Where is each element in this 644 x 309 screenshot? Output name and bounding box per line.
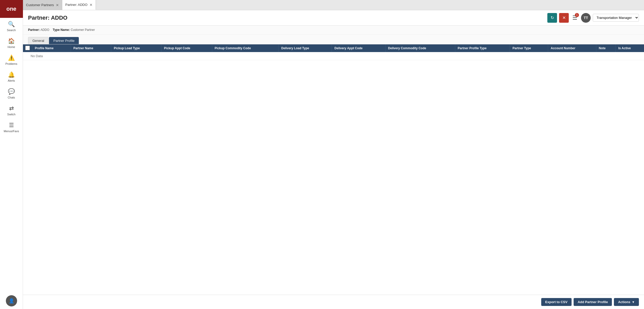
sidebar-item-switch[interactable]: ⇄ Switch <box>0 102 23 119</box>
column-delivery-commodity-code: Delivery Commodity Code <box>385 44 455 52</box>
column-account-number: Account Number <box>548 44 596 52</box>
bell-icon: 🔔 <box>8 71 15 78</box>
sidebar-item-label: Home <box>8 45 15 48</box>
warning-icon: ⚠️ <box>8 55 15 61</box>
sidebar-item-label: Chats <box>8 96 15 99</box>
tab-label: Customer Partners <box>26 3 54 7</box>
column-partner-profile-type: Partner Profile Type <box>455 44 510 52</box>
breadcrumb-type-label: Type Name: <box>53 28 70 32</box>
menu-button[interactable]: ☰ 1 <box>572 15 577 21</box>
sidebar-item-label: Alerts <box>8 79 15 82</box>
main-content: Customer Partners ✕ Partner: ADDO ✕ Part… <box>23 0 644 309</box>
breadcrumb-partner-value: ADDO <box>41 28 49 32</box>
refresh-button[interactable]: ↻ <box>547 13 557 23</box>
table-row: No Data <box>23 52 644 60</box>
sidebar: one 🔍 Search 🏠 Home ⚠️ Problems 🔔 Alerts… <box>0 0 23 309</box>
sidebar-item-alerts[interactable]: 🔔 Alerts <box>0 68 23 85</box>
sidebar-item-label: Problems <box>5 62 17 65</box>
page-header: Partner: ADDO ↻ ✕ ☰ 1 TT Transportation … <box>23 10 644 26</box>
content-area: Partner: ADDO Type Name: Customer Partne… <box>23 26 644 309</box>
tab-customer-partners[interactable]: Customer Partners ✕ <box>23 0 62 10</box>
tab-partner-addo[interactable]: Partner: ADDO ✕ <box>62 0 96 10</box>
tab-close-icon[interactable]: ✕ <box>56 3 59 7</box>
sidebar-item-home[interactable]: 🏠 Home <box>0 35 23 52</box>
sidebar-item-search[interactable]: 🔍 Search <box>0 18 23 35</box>
close-button[interactable]: ✕ <box>559 13 569 23</box>
bottom-action-bar: Export to CSV Add Partner Profile Action… <box>23 295 644 309</box>
column-partner-type: Partner Type <box>510 44 548 52</box>
tab-general[interactable]: General <box>28 37 48 44</box>
header-actions: ↻ ✕ ☰ 1 TT Transportation ManagerAdminVi… <box>547 13 639 23</box>
sidebar-item-problems[interactable]: ⚠️ Problems <box>0 52 23 68</box>
tab-label: Partner: ADDO <box>65 3 87 7</box>
actions-dropdown-arrow: ▼ <box>632 300 635 304</box>
switch-icon: ⇄ <box>9 105 14 112</box>
page-title: Partner: ADDO <box>28 15 547 21</box>
column-note: Note <box>596 44 615 52</box>
column-partner-name: Partner Name <box>71 44 111 52</box>
tab-partner-profile[interactable]: Partner Profile <box>49 37 79 44</box>
home-icon: 🏠 <box>8 38 15 44</box>
column-pickup-load-type: Pickup Load Type <box>111 44 161 52</box>
sidebar-item-menus[interactable]: ☰ Menus/Favs <box>0 119 23 136</box>
column-delivery-appt-code: Delivery Appt Code <box>332 44 385 52</box>
user-role-select[interactable]: Transportation ManagerAdminViewer <box>593 14 639 22</box>
chat-icon: 💬 <box>8 88 15 95</box>
sidebar-item-label: Switch <box>7 113 15 116</box>
sidebar-item-label: Menus/Favs <box>4 130 19 133</box>
actions-button[interactable]: Actions ▼ <box>614 298 639 306</box>
partner-profile-table: Profile Name Partner Name Pickup Load Ty… <box>23 44 644 60</box>
column-delivery-load-type: Delivery Load Type <box>279 44 332 52</box>
search-icon: 🔍 <box>8 21 15 28</box>
breadcrumb-type-value: Customer Partner <box>71 28 95 32</box>
column-is-active: Is Active <box>616 44 644 52</box>
avatar[interactable]: 👤 <box>6 295 17 306</box>
column-pickup-commodity-code: Pickup Commodity Code <box>212 44 279 52</box>
tab-bar: Customer Partners ✕ Partner: ADDO ✕ <box>23 0 644 10</box>
table-body: No Data <box>23 52 644 60</box>
app-logo[interactable]: one <box>0 0 23 18</box>
content-inner: Partner: ADDO Type Name: Customer Partne… <box>23 26 644 309</box>
add-partner-profile-button[interactable]: Add Partner Profile <box>574 298 612 306</box>
sidebar-item-label: Search <box>7 29 16 32</box>
breadcrumb-partner-label: Partner: <box>28 28 40 32</box>
notification-badge: 1 <box>575 13 579 17</box>
column-pickup-appt-code: Pickup Appt Code <box>161 44 212 52</box>
user-avatar-button[interactable]: TT <box>581 13 591 23</box>
tab-close-icon[interactable]: ✕ <box>90 3 93 7</box>
table-header-row: Profile Name Partner Name Pickup Load Ty… <box>23 44 644 52</box>
export-csv-button[interactable]: Export to CSV <box>541 298 572 306</box>
sub-tab-bar: General Partner Profile <box>23 34 644 44</box>
breadcrumb: Partner: ADDO Type Name: Customer Partne… <box>23 26 644 34</box>
no-data-message: No Data <box>26 49 48 63</box>
menu-icon: ☰ <box>9 122 14 129</box>
table-wrapper: Profile Name Partner Name Pickup Load Ty… <box>23 44 644 295</box>
sidebar-item-chats[interactable]: 💬 Chats <box>0 85 23 102</box>
